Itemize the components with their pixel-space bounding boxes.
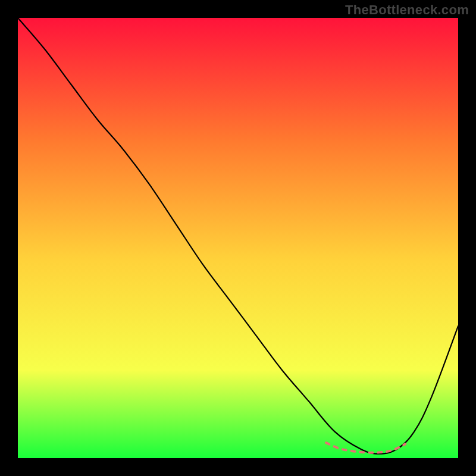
chart-stage: TheBottleneck.com xyxy=(0,0,476,476)
watermark-label: TheBottleneck.com xyxy=(345,2,469,18)
gradient-background xyxy=(18,18,458,458)
chart-plot-area xyxy=(18,18,458,458)
chart-svg xyxy=(18,18,458,458)
